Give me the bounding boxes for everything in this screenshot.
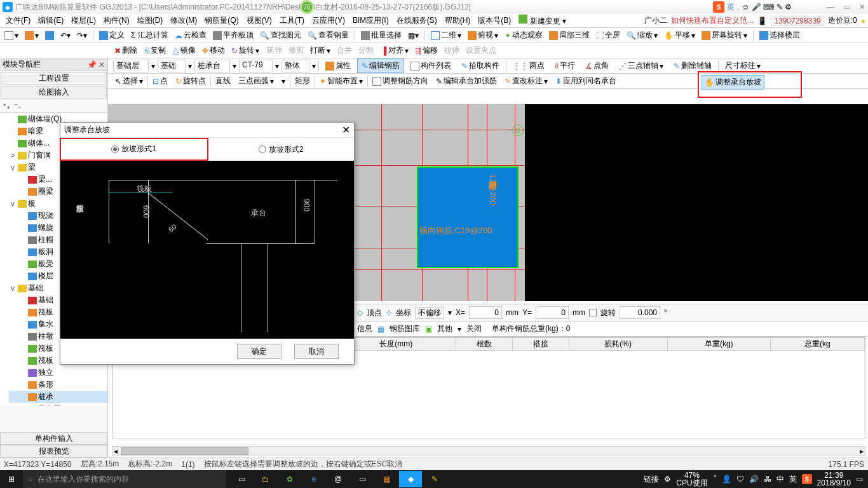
menu-edit[interactable]: 编辑(E) [35, 14, 67, 27]
dynamic-view-button[interactable]: ✦动态观察 [503, 30, 545, 41]
ime-tools[interactable]: ☺ 🎤 ⌨ ✎ ⚙ [742, 3, 792, 11]
smart-layout-button[interactable]: ✦智能布置▾ [316, 74, 366, 88]
cap-rect[interactable] [417, 166, 519, 268]
check-annotation-button[interactable]: ✎查改标注▾ [501, 74, 551, 88]
search-box[interactable]: ○ 在这里输入你要搜索的内容 [23, 470, 226, 488]
copy-button[interactable]: ⎘复制 [142, 45, 168, 56]
cancel-button[interactable]: 取消 [294, 344, 339, 359]
open-button[interactable]: ▾ [23, 31, 41, 40]
new-change-button[interactable]: 新建变更 ▾ [515, 13, 569, 28]
align-button[interactable]: ▐对齐▾ [379, 45, 411, 56]
maximize-button[interactable]: ▭ [843, 3, 850, 11]
other-tab[interactable]: 其他 [437, 323, 452, 334]
tree-item[interactable]: 桩承 [9, 391, 107, 403]
pan-button[interactable]: ✋平移▾ [662, 30, 697, 41]
save-button[interactable] [43, 31, 56, 40]
link-label[interactable]: 链接 [644, 474, 659, 485]
menu-rebar[interactable]: 钢筋量(Q) [201, 14, 241, 27]
tree-item[interactable]: 独立 [9, 367, 107, 379]
rebar-lib-tab[interactable]: 钢筋图库 [390, 323, 420, 334]
cloud-check-button[interactable]: ☁云检查 [173, 30, 208, 41]
fullscreen-button[interactable]: ⛶全屏 [594, 30, 622, 41]
mirror-button[interactable]: ⧋镜像 [170, 45, 198, 56]
tray-volume-icon[interactable]: 🔊 [749, 475, 759, 484]
tab-single-input[interactable]: 单构件输入 [0, 432, 107, 445]
taskview-icon[interactable]: ▭ [230, 471, 253, 487]
vertex-label[interactable]: 顶点 [367, 308, 382, 318]
tray-icon-1[interactable]: ⚙ [664, 475, 671, 484]
select-floor-button[interactable]: 选择楼层 [757, 30, 802, 41]
menu-tools[interactable]: 工具(T) [276, 14, 308, 27]
y-input[interactable] [536, 306, 569, 319]
tray-up-icon[interactable]: ˄ [713, 475, 717, 484]
close-tab[interactable]: 关闭 [466, 323, 482, 334]
menu-cloud[interactable]: 云应用(Y) [309, 14, 348, 27]
tab-project-settings[interactable]: 工程设置 [1, 72, 107, 85]
category-select[interactable]: 基础 [158, 60, 186, 72]
ime-icon[interactable]: S [713, 1, 724, 13]
tray-people-icon[interactable]: 👤 [722, 475, 731, 484]
option-slope-1[interactable]: 放坡形式1 [60, 138, 208, 161]
ime-lang[interactable]: 英 [727, 2, 735, 13]
app-1[interactable]: ✿ [278, 471, 301, 487]
new-button[interactable]: ▾ [3, 31, 20, 40]
rotate-button[interactable]: ↻旋转▾ [229, 45, 262, 56]
adjust-rebar-dir-button[interactable]: 调整钢筋方向 [369, 74, 431, 88]
batch-select-button[interactable]: 批量选择 [359, 30, 403, 41]
subcategory-select[interactable]: 桩承台 [194, 60, 230, 72]
more-tool[interactable]: ▾ [278, 76, 288, 87]
explorer-icon[interactable]: 🗀 [254, 471, 277, 487]
edge-icon[interactable]: e [302, 471, 325, 487]
level-top-button[interactable]: 平齐板顶 [211, 30, 255, 41]
tray-shield-icon[interactable]: 🛡 [736, 475, 744, 484]
find-element-button[interactable]: 🔍查找图元 [258, 30, 303, 41]
component-list-button[interactable]: 构件列表 [407, 59, 455, 72]
define-button[interactable]: 定义 [97, 30, 126, 41]
apply-same-button[interactable]: ⬇应用到同名承台 [552, 74, 620, 88]
menu-floor[interactable]: 楼层(L) [68, 14, 99, 27]
menu-file[interactable]: 文件(F) [3, 14, 34, 27]
menu-online[interactable]: 在线服务(S) [393, 14, 440, 27]
app-2[interactable]: @ [327, 471, 349, 487]
rotate-checkbox[interactable] [589, 309, 597, 316]
properties-button[interactable]: 属性 [322, 59, 355, 72]
option-slope-2[interactable]: 放坡形式2 [208, 144, 355, 155]
parallel-button[interactable]: #平行 [551, 59, 580, 72]
menu-bim[interactable]: BIM应用(I) [349, 14, 392, 27]
sum-button[interactable]: Σ 汇总计算 [129, 30, 170, 41]
app-6[interactable]: ✎ [423, 471, 446, 487]
select-tool[interactable]: ↖ 选择 ▾ [112, 74, 146, 88]
view-rebar-button[interactable]: 🔍查看钢量 [306, 30, 351, 41]
rotate-screen-button[interactable]: 屏幕旋转▾ [700, 30, 749, 41]
tray-lang-icon[interactable]: 英 [789, 474, 797, 485]
rotate-point-tool[interactable]: ↻旋转点 [172, 74, 209, 88]
dimension-button[interactable]: 尺寸标注▾ [721, 59, 764, 72]
redo-button[interactable]: ↷▾ [75, 31, 89, 40]
offset-select[interactable]: 不偏移 [415, 307, 444, 319]
zoom-button[interactable]: 🔍缩放▾ [625, 30, 660, 41]
coord-label[interactable]: 坐标 [396, 308, 411, 318]
app-5[interactable]: ◆ [399, 471, 422, 487]
tray-notification-icon[interactable]: ▭ [856, 475, 863, 484]
menu-help[interactable]: 帮助(H) [442, 14, 474, 27]
dialog-close-button[interactable]: ✕ [342, 124, 350, 136]
mode-select[interactable]: 整体 [281, 60, 309, 72]
menu-draw[interactable]: 绘图(D) [134, 14, 166, 27]
two-point-button[interactable]: ⋮⋮两点 [509, 59, 548, 72]
collapse-icon[interactable]: ⁻₋ [14, 102, 22, 111]
pick-component-button[interactable]: ✎拾取构件 [458, 59, 503, 72]
move-button[interactable]: ✥移动 [200, 45, 227, 56]
point-angle-button[interactable]: ∡点角 [581, 59, 613, 72]
more-button[interactable]: ▦▾ [406, 31, 421, 40]
x-input[interactable] [469, 306, 502, 319]
three-point-button[interactable]: ⋰三点辅轴▾ [615, 59, 667, 72]
info-tab[interactable]: 信息 [357, 323, 372, 334]
help-link[interactable]: 如何快速布置自定义范... [671, 15, 754, 26]
close-button[interactable]: ✕ [859, 3, 865, 11]
menu-view[interactable]: 视图(V) [243, 14, 275, 27]
rotate-input[interactable] [620, 306, 660, 319]
scrollbar-thumb[interactable] [121, 447, 248, 455]
tray-ime-icon[interactable]: 中 [776, 474, 784, 485]
adjust-slope-button[interactable]: ✋调整承台放坡 [702, 75, 764, 90]
tray-network-icon[interactable]: 🖧 [764, 475, 771, 484]
